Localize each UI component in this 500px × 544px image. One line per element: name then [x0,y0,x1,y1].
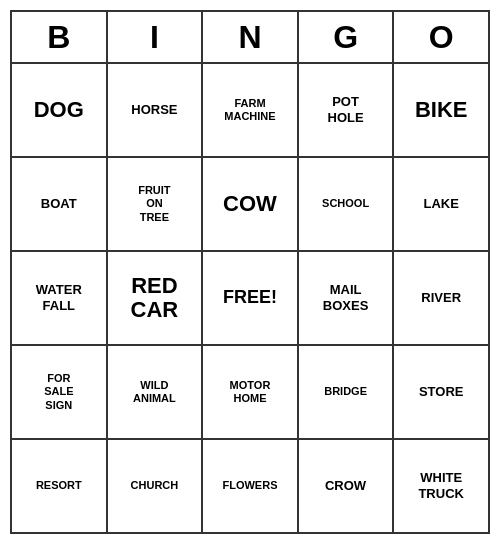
bingo-row: DOGHORSEFARMMACHINEPOTHOLEBIKE [12,64,488,158]
bingo-cell[interactable]: RIVER [394,252,488,344]
bingo-cell[interactable]: FLOWERS [203,440,299,532]
bingo-cell[interactable]: REDCAR [108,252,204,344]
bingo-cell[interactable]: DOG [12,64,108,156]
bingo-cell[interactable]: HORSE [108,64,204,156]
bingo-cell[interactable]: BOAT [12,158,108,250]
header-letter: N [203,12,299,62]
bingo-header: BINGO [12,12,488,64]
bingo-cell[interactable]: FARMMACHINE [203,64,299,156]
header-letter: G [299,12,395,62]
bingo-cell[interactable]: STORE [394,346,488,438]
bingo-cell[interactable]: BRIDGE [299,346,395,438]
bingo-cell[interactable]: WHITETRUCK [394,440,488,532]
bingo-grid: DOGHORSEFARMMACHINEPOTHOLEBIKEBOATFRUITO… [12,64,488,532]
bingo-cell[interactable]: COW [203,158,299,250]
bingo-cell[interactable]: CHURCH [108,440,204,532]
bingo-row: BOATFRUITONTREECOWSCHOOLLAKE [12,158,488,252]
bingo-cell[interactable]: FORSALESIGN [12,346,108,438]
bingo-cell[interactable]: POTHOLE [299,64,395,156]
bingo-cell[interactable]: MOTORHOME [203,346,299,438]
bingo-cell[interactable]: SCHOOL [299,158,395,250]
bingo-cell[interactable]: WILDANIMAL [108,346,204,438]
header-letter: B [12,12,108,62]
bingo-cell[interactable]: FREE! [203,252,299,344]
bingo-row: RESORTCHURCHFLOWERSCROWWHITETRUCK [12,440,488,532]
header-letter: I [108,12,204,62]
bingo-cell[interactable]: FRUITONTREE [108,158,204,250]
bingo-cell[interactable]: LAKE [394,158,488,250]
bingo-card: BINGO DOGHORSEFARMMACHINEPOTHOLEBIKEBOAT… [10,10,490,534]
header-letter: O [394,12,488,62]
bingo-row: FORSALESIGNWILDANIMALMOTORHOMEBRIDGESTOR… [12,346,488,440]
bingo-cell[interactable]: WATERFALL [12,252,108,344]
bingo-cell[interactable]: RESORT [12,440,108,532]
bingo-cell[interactable]: CROW [299,440,395,532]
bingo-cell[interactable]: BIKE [394,64,488,156]
bingo-row: WATERFALLREDCARFREE!MAILBOXESRIVER [12,252,488,346]
bingo-cell[interactable]: MAILBOXES [299,252,395,344]
